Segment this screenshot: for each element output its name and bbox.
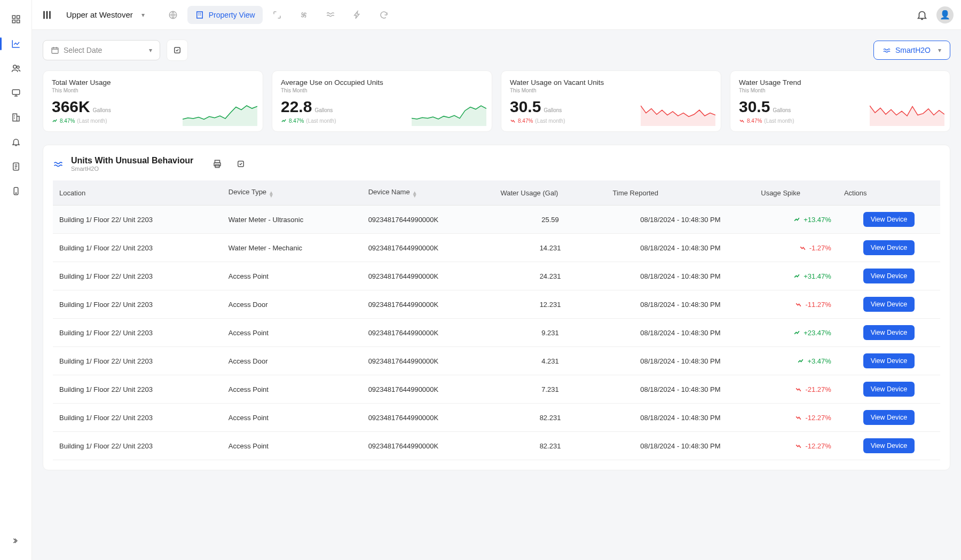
view-device-button[interactable]: View Device bbox=[863, 240, 915, 255]
cell-spike: +3.47% bbox=[754, 347, 838, 375]
sidebar bbox=[0, 0, 32, 560]
cell-device-name: 09234817644990000K bbox=[362, 234, 494, 262]
view-device-button[interactable]: View Device bbox=[863, 438, 915, 453]
cell-usage: 24.231 bbox=[494, 262, 606, 290]
cell-spike: -12.27% bbox=[754, 404, 838, 432]
cell-time: 08/18/2024 - 10:48:30 PM bbox=[606, 432, 755, 460]
sidebar-item-monitor[interactable] bbox=[6, 83, 26, 102]
user-avatar[interactable]: 👤 bbox=[936, 6, 954, 23]
stat-card: Water Usage Trend This Month 30.5Gallons… bbox=[730, 70, 950, 132]
bell-icon bbox=[11, 137, 21, 147]
cell-spike: -21.27% bbox=[754, 375, 838, 404]
cell-time: 08/18/2024 - 10:48:30 PM bbox=[606, 234, 755, 262]
panel-sub: SmartH2O bbox=[71, 165, 193, 172]
building-icon bbox=[195, 10, 204, 20]
tab-sync[interactable] bbox=[372, 6, 396, 24]
cell-usage: 12.231 bbox=[494, 290, 606, 319]
cell-device-name: 09234817644990000K bbox=[362, 375, 494, 404]
cell-location: Building 1/ Floor 22/ Unit 2203 bbox=[53, 234, 222, 262]
sidebar-item-analytics[interactable] bbox=[6, 34, 26, 53]
column-header[interactable]: Actions bbox=[838, 180, 940, 206]
sidebar-item-alerts[interactable] bbox=[6, 132, 26, 152]
tab-expand[interactable] bbox=[265, 6, 289, 24]
column-header[interactable]: Device Name▲▼ bbox=[362, 180, 494, 206]
cell-device-type: Water Meter - Mechanic bbox=[222, 234, 362, 262]
table-row: Building 1/ Floor 22/ Unit 2203 Access D… bbox=[53, 290, 940, 319]
tab-water[interactable] bbox=[318, 6, 343, 24]
column-header[interactable]: Usage Spike bbox=[754, 180, 838, 206]
sidebar-item-users[interactable] bbox=[6, 59, 26, 78]
sidebar-item-notes[interactable] bbox=[6, 157, 26, 176]
svg-rect-1 bbox=[17, 15, 19, 18]
sparkline-chart bbox=[412, 104, 486, 126]
topbar: Upper at Westover ▾ Property View bbox=[32, 0, 961, 30]
panel-title: Units With Unusual Behaviour bbox=[71, 156, 193, 165]
cell-usage: 9.231 bbox=[494, 319, 606, 347]
cell-time: 08/18/2024 - 10:48:30 PM bbox=[606, 375, 755, 404]
cell-time: 08/18/2024 - 10:48:30 PM bbox=[606, 262, 755, 290]
sort-icon[interactable]: ▲▼ bbox=[269, 191, 274, 198]
tab-fan[interactable] bbox=[292, 6, 316, 24]
notifications-button[interactable] bbox=[916, 9, 928, 21]
cell-device-name: 09234817644990000K bbox=[362, 347, 494, 375]
view-device-button[interactable]: View Device bbox=[863, 212, 915, 227]
sidebar-expand[interactable] bbox=[6, 531, 26, 550]
view-device-button[interactable]: View Device bbox=[863, 353, 915, 368]
cell-device-type: Access Door bbox=[222, 347, 362, 375]
sidebar-item-device[interactable] bbox=[6, 182, 26, 201]
cell-spike: -11.27% bbox=[754, 290, 838, 319]
svg-point-4 bbox=[13, 65, 16, 68]
print-button[interactable] bbox=[208, 155, 226, 173]
chevron-right-icon bbox=[12, 537, 20, 545]
chevron-down-icon: ▾ bbox=[938, 46, 941, 54]
table-row: Building 1/ Floor 22/ Unit 2203 Access P… bbox=[53, 262, 940, 290]
water-icon bbox=[883, 46, 891, 54]
property-name: Upper at Westover bbox=[66, 10, 133, 19]
view-device-button[interactable]: View Device bbox=[863, 382, 915, 397]
sidebar-item-dashboard[interactable] bbox=[6, 10, 26, 29]
export-button[interactable] bbox=[232, 155, 250, 173]
stat-card: Average Use on Occupied Units This Month… bbox=[272, 70, 492, 132]
water-icon bbox=[53, 159, 64, 169]
smarth2o-button[interactable]: SmartH2O ▾ bbox=[873, 41, 950, 60]
table-row: Building 1/ Floor 22/ Unit 2203 Access P… bbox=[53, 319, 940, 347]
column-header[interactable]: Location bbox=[53, 180, 222, 206]
tab-property-view[interactable]: Property View bbox=[187, 6, 263, 24]
cell-usage: 14.231 bbox=[494, 234, 606, 262]
cell-time: 08/18/2024 - 10:48:30 PM bbox=[606, 319, 755, 347]
refresh-button[interactable] bbox=[167, 40, 188, 61]
svg-rect-2 bbox=[12, 20, 15, 23]
column-header[interactable]: Time Reported bbox=[606, 180, 755, 206]
cell-spike: -1.27% bbox=[754, 234, 838, 262]
sidebar-item-building[interactable] bbox=[6, 108, 26, 127]
cell-location: Building 1/ Floor 22/ Unit 2203 bbox=[53, 206, 222, 234]
smart-label: SmartH2O bbox=[895, 46, 931, 54]
view-device-button[interactable]: View Device bbox=[863, 269, 915, 283]
column-header[interactable]: Device Type▲▼ bbox=[222, 180, 362, 206]
cell-device-name: 09234817644990000K bbox=[362, 404, 494, 432]
svg-rect-6 bbox=[12, 90, 20, 94]
cell-location: Building 1/ Floor 22/ Unit 2203 bbox=[53, 319, 222, 347]
refresh-icon bbox=[172, 45, 182, 55]
cell-usage: 4.231 bbox=[494, 347, 606, 375]
expand-icon bbox=[272, 10, 282, 20]
property-selector[interactable]: Upper at Westover ▾ bbox=[62, 7, 149, 22]
sort-icon[interactable]: ▲▼ bbox=[412, 191, 418, 198]
sync-icon bbox=[379, 10, 389, 20]
cell-spike: +13.47% bbox=[754, 206, 838, 234]
view-device-button[interactable]: View Device bbox=[863, 410, 915, 425]
cell-device-type: Access Point bbox=[222, 432, 362, 460]
date-select[interactable]: Select Date ▾ bbox=[43, 40, 160, 60]
cell-device-name: 09234817644990000K bbox=[362, 262, 494, 290]
cell-spike: +31.47% bbox=[754, 262, 838, 290]
tab-globe[interactable] bbox=[161, 6, 185, 24]
cell-time: 08/18/2024 - 10:48:30 PM bbox=[606, 206, 755, 234]
top-tabs: Property View bbox=[161, 6, 396, 24]
cell-usage: 7.231 bbox=[494, 375, 606, 404]
export-icon bbox=[236, 159, 246, 169]
column-header[interactable]: Water Usage (Gal) bbox=[494, 180, 606, 206]
view-device-button[interactable]: View Device bbox=[863, 297, 915, 312]
cell-device-name: 09234817644990000K bbox=[362, 319, 494, 347]
tab-lightning[interactable] bbox=[345, 6, 369, 24]
view-device-button[interactable]: View Device bbox=[863, 325, 915, 340]
